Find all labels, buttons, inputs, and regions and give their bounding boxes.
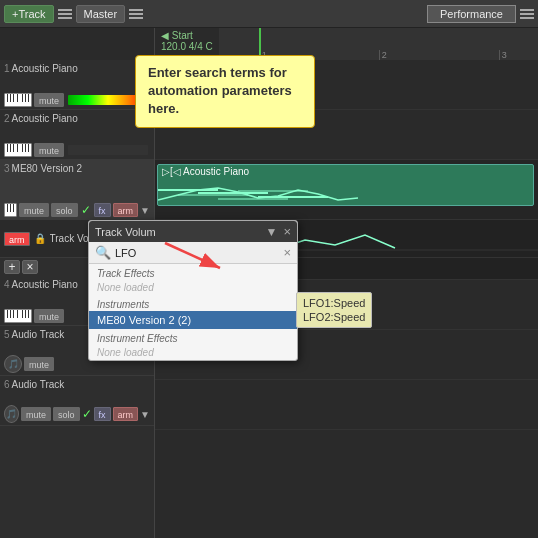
track-row: 2Acoustic Piano mute (0, 110, 154, 160)
track-controls: 🎵 mute solo ✓ fx arm ▼ (4, 405, 150, 423)
lfo2-speed-item[interactable]: LFO2:Speed (303, 310, 365, 324)
block-label: ▷[◁ Acoustic Piano (158, 165, 533, 178)
no-instrument-effects: None loaded (89, 345, 297, 360)
start-label: ◀ Start (161, 30, 213, 41)
dropdown-title: Track Volum (95, 226, 262, 238)
fx-button[interactable]: fx (94, 203, 111, 217)
mute-button[interactable]: mute (21, 407, 51, 421)
no-track-effects: None loaded (89, 280, 297, 295)
mute-button[interactable]: mute (34, 143, 64, 157)
mute-button[interactable]: mute (34, 309, 64, 323)
lfo1-label: LFO1:Speed (303, 297, 365, 309)
track-row: 6Audio Track 🎵 mute solo ✓ fx arm ▼ (0, 376, 154, 426)
track-controls: mute solo ✓ fx arm ▼ (4, 203, 150, 217)
track-name: 3ME80 Version 2 (4, 163, 150, 174)
tooltip-text: Enter search terms for automation parame… (148, 65, 292, 116)
section-instruments: Instruments (89, 295, 297, 311)
search-input[interactable] (115, 247, 279, 259)
chevron-down-icon[interactable]: ▼ (140, 409, 150, 420)
piano-roll-block[interactable]: ▷[◁ Acoustic Piano (157, 164, 534, 206)
dropdown-panel: Track Volum ▼ × 🔍 × Track Effects None l… (88, 220, 298, 361)
search-icon: 🔍 (95, 245, 111, 260)
track-name: 6Audio Track (4, 379, 150, 390)
piano-icon[interactable] (4, 309, 32, 323)
piano-icon[interactable] (4, 203, 17, 217)
track-controls: mute (4, 93, 150, 107)
arm-button[interactable]: arm (113, 203, 139, 217)
performance-button[interactable]: Performance (427, 5, 516, 23)
master-menu-icon[interactable] (129, 9, 143, 19)
ruler-tick-3: 3 (499, 50, 507, 60)
performance-menu-icon[interactable] (520, 9, 534, 19)
dropdown-header: Track Volum ▼ × (89, 221, 297, 242)
track-content-3: ▷[◁ Acoustic Piano (155, 160, 538, 220)
instrument-item-me80[interactable]: ME80 Version 2 (2) (89, 311, 297, 329)
menu-lines-icon[interactable] (58, 9, 72, 19)
mute-button[interactable]: mute (24, 357, 54, 371)
dropdown-menu-icon[interactable]: ▼ (266, 225, 278, 239)
add-automation-button[interactable]: + (4, 260, 20, 274)
ruler-tick-2: 2 (379, 50, 387, 60)
lock-icon: 🔒 (34, 233, 46, 244)
chevron-down-icon[interactable]: ▼ (140, 205, 150, 216)
piano-icon[interactable] (4, 93, 32, 107)
search-row: 🔍 × (89, 242, 297, 264)
check-icon: ✓ (81, 203, 91, 217)
lfo2-label: LFO2:Speed (303, 311, 365, 323)
add-track-button[interactable]: +Track (4, 5, 54, 23)
search-tooltip: Enter search terms for automation parame… (135, 55, 315, 128)
check-icon: ✓ (82, 407, 92, 421)
toolbar: +Track Master Performance (0, 0, 538, 28)
track-name: 2Acoustic Piano (4, 113, 150, 124)
master-button[interactable]: Master (76, 5, 126, 23)
solo-button[interactable]: solo (51, 203, 78, 217)
track-content-6 (155, 380, 538, 430)
level-meter (68, 145, 148, 155)
track-label-header (0, 28, 155, 60)
mute-button[interactable]: mute (34, 93, 64, 107)
mute-button[interactable]: mute (19, 203, 49, 217)
track-controls: mute (4, 143, 150, 157)
section-instrument-effects: Instrument Effects (89, 329, 297, 345)
dropdown-close-button[interactable]: × (283, 224, 291, 239)
track-name: 1Acoustic Piano (4, 63, 150, 74)
auto-preview (158, 180, 533, 205)
arm-auto-button[interactable]: arm (4, 232, 30, 246)
section-track-effects: Track Effects (89, 264, 297, 280)
audio-icon: 🎵 (4, 405, 19, 423)
solo-button[interactable]: solo (53, 407, 80, 421)
fx-button[interactable]: fx (94, 407, 111, 421)
audio-icon: 🎵 (4, 355, 22, 373)
lfo1-speed-item[interactable]: LFO1:Speed (303, 296, 365, 310)
clear-search-button[interactable]: × (283, 245, 291, 260)
remove-automation-button[interactable]: × (22, 260, 38, 274)
bpm-label: 120.0 4/4 C (161, 41, 213, 52)
track-row: 1Acoustic Piano mute (0, 60, 154, 110)
piano-icon[interactable] (4, 143, 32, 157)
lfo-popup: LFO1:Speed LFO2:Speed (296, 292, 372, 328)
arm-button[interactable]: arm (113, 407, 139, 421)
track-row-me80: 3ME80 Version 2 mute solo ✓ fx arm ▼ (0, 160, 154, 220)
